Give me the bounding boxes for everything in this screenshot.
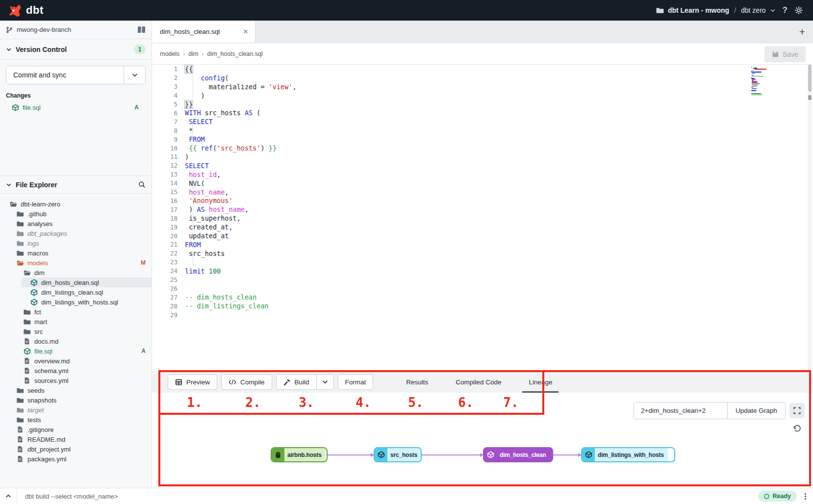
tree-item-src[interactable]: src bbox=[0, 327, 152, 336]
branch-row[interactable]: mwong-dev-branch bbox=[0, 21, 152, 39]
line-number: 11 bbox=[152, 153, 178, 160]
lineage-pane[interactable]: Update Graph airbnb.hostssrc_hostsdim_ho… bbox=[152, 393, 813, 488]
breadcrumb-item[interactable]: dim_hosts_clean.sql bbox=[207, 50, 262, 57]
help-icon[interactable]: ? bbox=[783, 5, 788, 15]
tree-item-fct[interactable]: fct bbox=[0, 307, 152, 317]
reader-columns-icon[interactable] bbox=[137, 26, 146, 33]
lineage-edge bbox=[553, 454, 581, 455]
code-line: 8 * bbox=[152, 126, 803, 135]
cube-icon bbox=[582, 448, 595, 461]
tree-item-analyses[interactable]: analyses bbox=[0, 219, 152, 228]
line-number: 18 bbox=[152, 215, 178, 222]
tree-item-dim[interactable]: dim bbox=[0, 268, 152, 277]
command-input[interactable]: dbt build --select <model_name> bbox=[17, 493, 118, 500]
ready-circle-icon bbox=[764, 494, 769, 499]
changes-label: Changes bbox=[6, 92, 146, 99]
lineage-node-airbnb-hosts[interactable]: airbnb.hosts bbox=[271, 447, 328, 462]
tree-item-seeds[interactable]: seeds bbox=[0, 385, 152, 395]
tree-item-schema-yml[interactable]: schema.yml bbox=[0, 366, 152, 376]
code-line: 25 bbox=[152, 276, 803, 284]
breadcrumb-chevron-icon: › bbox=[183, 50, 185, 57]
line-number: 21 bbox=[152, 241, 178, 248]
new-tab-plus-icon[interactable]: + bbox=[791, 26, 813, 38]
changes-count-badge: 1 bbox=[134, 45, 146, 54]
build-button[interactable]: Build bbox=[277, 375, 316, 389]
cube-icon bbox=[375, 448, 387, 461]
account-name[interactable]: dbt Learn - mwong bbox=[668, 6, 729, 14]
tree-item-dim-listings-with-hosts-sql[interactable]: dim_listings_with_hosts.sql bbox=[0, 297, 152, 307]
editor-scrollbar[interactable] bbox=[808, 65, 812, 371]
lineage-node-dim-hosts-clean[interactable]: dim_hosts_clean bbox=[483, 447, 553, 462]
tree-item--github[interactable]: .github bbox=[0, 209, 152, 219]
line-number: 16 bbox=[152, 197, 178, 204]
lineage-selector-group: Update Graph bbox=[634, 402, 786, 419]
project-chevron-down-icon[interactable] bbox=[770, 7, 776, 13]
close-tab-icon[interactable]: × bbox=[243, 27, 248, 36]
tree-item-docs-md[interactable]: docs.md bbox=[0, 336, 152, 346]
tree-item-logs[interactable]: logs bbox=[0, 238, 152, 248]
project-name[interactable]: dbt zero bbox=[741, 6, 766, 14]
code-line: 10 {{ ref('src_hosts') }} bbox=[152, 144, 803, 152]
fullscreen-icon[interactable] bbox=[789, 403, 805, 418]
tree-item-label: logs bbox=[27, 240, 39, 247]
status-badge: Ready bbox=[758, 491, 797, 502]
build-options-chevron-icon[interactable] bbox=[316, 375, 333, 389]
tree-item-dbt-packages[interactable]: dbt_packages bbox=[0, 228, 152, 238]
panel-tab-results[interactable]: Results bbox=[400, 371, 434, 393]
tree-item-sources-yml[interactable]: sources.yml bbox=[0, 376, 152, 385]
tree-item-dim-hosts-clean-sql[interactable]: dim_hosts_clean.sql bbox=[0, 277, 152, 287]
tree-item-mart[interactable]: mart bbox=[0, 317, 152, 327]
commit-options-chevron-icon[interactable] bbox=[124, 66, 145, 84]
code-line: 2 config( bbox=[152, 74, 803, 82]
compile-button[interactable]: Compile bbox=[221, 374, 272, 390]
scrollbar-thumb[interactable] bbox=[808, 65, 812, 92]
panel-tab-lineage[interactable]: Lineage bbox=[522, 371, 559, 393]
update-graph-button[interactable]: Update Graph bbox=[727, 403, 785, 419]
tree-item-file-sql[interactable]: file.sqlA bbox=[0, 346, 152, 356]
tree-item-packages-yml[interactable]: packages.yml bbox=[0, 454, 152, 464]
panel-tab-compiled-code[interactable]: Compiled Code bbox=[449, 371, 508, 393]
commit-and-sync-label[interactable]: Commit and sync bbox=[6, 66, 124, 84]
line-number: 19 bbox=[152, 224, 178, 231]
tree-item-dbt-learn-zero[interactable]: dbt-learn-zero bbox=[0, 199, 152, 209]
breadcrumb-item[interactable]: models bbox=[160, 50, 179, 57]
tree-item-target[interactable]: target bbox=[0, 405, 152, 415]
folder-open-icon bbox=[10, 201, 17, 208]
save-button[interactable]: Save bbox=[764, 46, 806, 62]
tree-item-overview-md[interactable]: overview.md bbox=[0, 356, 152, 366]
preview-button[interactable]: Preview bbox=[168, 374, 217, 390]
gear-icon[interactable] bbox=[794, 6, 803, 15]
tree-item-label: target bbox=[27, 406, 44, 414]
collapse-panel-chevron-icon[interactable] bbox=[0, 493, 17, 500]
dbt-logo[interactable]: dbt bbox=[0, 0, 57, 21]
tree-item-dbt-project-yml[interactable]: dbt_project.yml bbox=[0, 444, 152, 454]
tree-item-label: sources.yml bbox=[34, 377, 68, 384]
changed-file-name: file.sql bbox=[23, 104, 41, 111]
version-control-header[interactable]: Version Control 1 bbox=[0, 39, 152, 60]
code-editor[interactable]: 1{{2 config(3 materialized = 'view',4 )5… bbox=[152, 65, 813, 371]
lineage-node-dim-listings-with-hosts[interactable]: dim_listings_with_hosts bbox=[581, 447, 675, 462]
lineage-selector-input[interactable] bbox=[634, 403, 727, 419]
lineage-node-src-hosts[interactable]: src_hosts bbox=[374, 447, 422, 462]
code-line: 6WITH src_hosts AS ( bbox=[152, 109, 803, 118]
kebab-menu-icon[interactable] bbox=[805, 493, 806, 500]
tree-item-readme-md[interactable]: README.md bbox=[0, 434, 152, 444]
indent-guide bbox=[193, 75, 193, 99]
tree-item-snapshots[interactable]: snapshots bbox=[0, 395, 152, 405]
format-button[interactable]: Format bbox=[338, 374, 374, 390]
tree-item--gitignore[interactable]: .gitignore bbox=[0, 425, 152, 434]
tree-item-dim-listings-clean-sql[interactable]: dim_listings_clean.sql bbox=[0, 287, 152, 297]
folder-icon bbox=[24, 318, 31, 326]
breadcrumb-item[interactable]: dim bbox=[188, 50, 198, 57]
commit-and-sync-button[interactable]: Commit and sync bbox=[6, 66, 146, 84]
reset-view-icon[interactable] bbox=[789, 421, 805, 436]
changed-file-row[interactable]: file.sql A bbox=[6, 102, 146, 113]
search-icon[interactable] bbox=[138, 181, 146, 188]
tree-item-models[interactable]: modelsM bbox=[0, 258, 152, 268]
file-explorer-header[interactable]: File Explorer bbox=[0, 176, 152, 194]
model-cube-icon bbox=[12, 104, 19, 111]
code-line: 28-- dim_listings_clean bbox=[152, 302, 803, 310]
tree-item-macros[interactable]: macros bbox=[0, 248, 152, 258]
editor-tab[interactable]: dim_hosts_clean.sql × bbox=[152, 21, 255, 43]
tree-item-tests[interactable]: tests bbox=[0, 415, 152, 425]
